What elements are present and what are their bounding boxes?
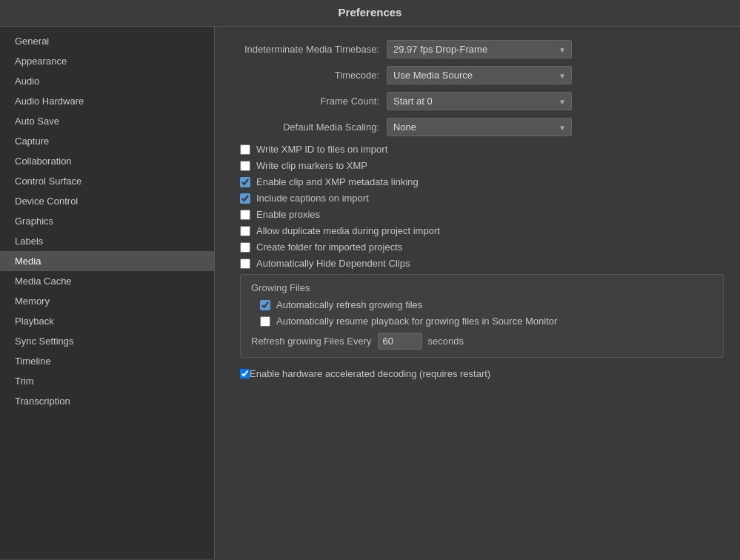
field-label-1: Timecode: bbox=[231, 70, 387, 81]
sidebar-item-auto-save[interactable]: Auto Save bbox=[0, 111, 214, 131]
gf-checkbox-row-auto-resume: Automatically resume playback for growin… bbox=[251, 316, 713, 327]
sidebar: GeneralAppearanceAudioAudio HardwareAuto… bbox=[0, 27, 215, 559]
sidebar-item-audio[interactable]: Audio bbox=[0, 71, 214, 91]
field-label-0: Indeterminate Media Timebase: bbox=[231, 44, 387, 55]
sidebar-item-memory[interactable]: Memory bbox=[0, 291, 214, 311]
checkbox-label-enable-proxies[interactable]: Enable proxies bbox=[256, 209, 320, 220]
dropdown-wrapper-0: 29.97 fps Drop-Frame23.976 fps24 fps25 f… bbox=[387, 40, 572, 59]
sidebar-item-labels[interactable]: Labels bbox=[0, 231, 214, 251]
form-row-2: Frame Count:Start at 0Start at 1▼ bbox=[231, 92, 724, 110]
checkbox-label-auto-hide[interactable]: Automatically Hide Dependent Clips bbox=[256, 258, 410, 269]
sidebar-item-device-control[interactable]: Device Control bbox=[0, 191, 214, 211]
refresh-label: Refresh growing Files Every bbox=[251, 336, 372, 347]
checkbox-row-duplicate-media: Allow duplicate media during project imp… bbox=[231, 225, 724, 236]
checkbox-create-folder[interactable] bbox=[240, 242, 250, 253]
refresh-interval-input[interactable] bbox=[378, 333, 422, 350]
checkbox-enable-proxies[interactable] bbox=[240, 210, 250, 220]
dropdown-0[interactable]: 29.97 fps Drop-Frame23.976 fps24 fps25 f… bbox=[387, 40, 572, 59]
checkbox-xmp-id[interactable] bbox=[240, 144, 250, 155]
sidebar-item-media-cache[interactable]: Media Cache bbox=[0, 271, 214, 291]
sidebar-item-timeline[interactable]: Timeline bbox=[0, 351, 214, 371]
gf-checkbox-label-auto-refresh[interactable]: Automatically refresh growing files bbox=[276, 299, 422, 310]
checkbox-hw-decode[interactable] bbox=[240, 369, 250, 379]
gf-checkbox-row-auto-refresh: Automatically refresh growing files bbox=[251, 299, 713, 310]
gf-checkbox-label-auto-resume[interactable]: Automatically resume playback for growin… bbox=[276, 316, 557, 327]
sidebar-item-appearance[interactable]: Appearance bbox=[0, 51, 214, 71]
form-row-3: Default Media Scaling:NoneScale to Frame… bbox=[231, 118, 724, 136]
title-bar: Preferences bbox=[0, 0, 740, 27]
title-text: Preferences bbox=[339, 6, 402, 19]
checkbox-label-captions-import[interactable]: Include captions on import bbox=[256, 193, 369, 204]
sidebar-item-playback[interactable]: Playback bbox=[0, 311, 214, 331]
sidebar-item-sync-settings[interactable]: Sync Settings bbox=[0, 331, 214, 351]
sidebar-item-transcription[interactable]: Transcription bbox=[0, 391, 214, 411]
checkbox-row-clip-metadata: Enable clip and XMP metadata linking bbox=[231, 176, 724, 187]
checkbox-row-enable-proxies: Enable proxies bbox=[231, 209, 724, 220]
field-label-3: Default Media Scaling: bbox=[231, 121, 387, 133]
checkbox-row-clip-markers: Write clip markers to XMP bbox=[231, 160, 724, 171]
content-panel: Indeterminate Media Timebase:29.97 fps D… bbox=[215, 27, 740, 559]
checkbox-row-auto-hide: Automatically Hide Dependent Clips bbox=[231, 258, 724, 269]
sidebar-item-capture[interactable]: Capture bbox=[0, 131, 214, 151]
dropdown-wrapper-1: Use Media SourceGenerateStart at 00:00:0… bbox=[387, 66, 572, 84]
checkbox-label-duplicate-media[interactable]: Allow duplicate media during project imp… bbox=[256, 225, 440, 236]
dropdown-2[interactable]: Start at 0Start at 1 bbox=[387, 92, 572, 110]
dropdown-3[interactable]: NoneScale to Frame SizeSet to Frame Size bbox=[387, 118, 572, 136]
checkbox-clip-markers[interactable] bbox=[240, 161, 250, 171]
dropdown-wrapper-3: NoneScale to Frame SizeSet to Frame Size… bbox=[387, 118, 572, 136]
form-row-0: Indeterminate Media Timebase:29.97 fps D… bbox=[231, 40, 724, 59]
sidebar-item-graphics[interactable]: Graphics bbox=[0, 211, 214, 231]
hardware-decode-label[interactable]: Enable hardware accelerated decoding (re… bbox=[250, 368, 490, 379]
checkbox-auto-resume[interactable] bbox=[260, 316, 270, 327]
dropdown-1[interactable]: Use Media SourceGenerateStart at 00:00:0… bbox=[387, 66, 572, 84]
checkbox-duplicate-media[interactable] bbox=[240, 226, 250, 236]
sidebar-item-collaboration[interactable]: Collaboration bbox=[0, 151, 214, 171]
sidebar-item-control-surface[interactable]: Control Surface bbox=[0, 171, 214, 191]
checkbox-row-captions-import: Include captions on import bbox=[231, 193, 724, 204]
checkbox-label-clip-metadata[interactable]: Enable clip and XMP metadata linking bbox=[256, 176, 419, 187]
checkbox-label-xmp-id[interactable]: Write XMP ID to files on import bbox=[256, 144, 387, 155]
field-label-2: Frame Count: bbox=[231, 96, 387, 107]
checkbox-captions-import[interactable] bbox=[240, 193, 250, 204]
growing-files-title: Growing Files bbox=[251, 282, 713, 293]
sidebar-item-general[interactable]: General bbox=[0, 31, 214, 51]
checkbox-clip-metadata[interactable] bbox=[240, 177, 250, 187]
checkbox-label-clip-markers[interactable]: Write clip markers to XMP bbox=[256, 160, 367, 171]
hardware-decode-row: Enable hardware accelerated decoding (re… bbox=[231, 368, 724, 379]
checkbox-row-xmp-id: Write XMP ID to files on import bbox=[231, 144, 724, 155]
dropdown-wrapper-2: Start at 0Start at 1▼ bbox=[387, 92, 572, 110]
form-row-1: Timecode:Use Media SourceGenerateStart a… bbox=[231, 66, 724, 84]
sidebar-item-media[interactable]: Media bbox=[0, 251, 214, 271]
checkbox-auto-hide[interactable] bbox=[240, 259, 250, 269]
sidebar-item-trim[interactable]: Trim bbox=[0, 371, 214, 391]
growing-files-section: Growing FilesAutomatically refresh growi… bbox=[240, 274, 724, 358]
checkbox-row-create-folder: Create folder for imported projects bbox=[231, 241, 724, 253]
checkbox-auto-refresh[interactable] bbox=[260, 300, 270, 310]
checkbox-label-create-folder[interactable]: Create folder for imported projects bbox=[256, 241, 402, 253]
refresh-row: Refresh growing Files Everyseconds bbox=[251, 333, 713, 350]
refresh-suffix: seconds bbox=[428, 336, 464, 347]
sidebar-item-audio-hardware[interactable]: Audio Hardware bbox=[0, 91, 214, 111]
